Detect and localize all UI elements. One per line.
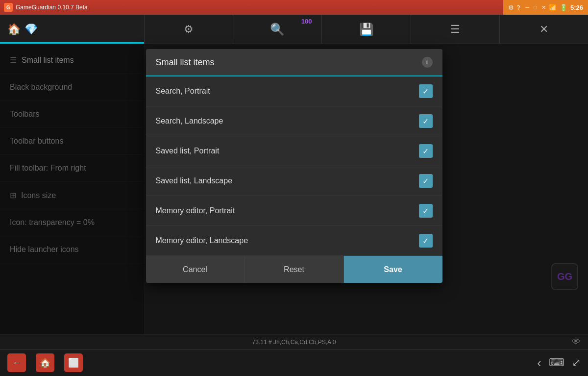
bottom-right-controls: ‹ ⌨ ⤢ — [537, 355, 581, 371]
modal-item-search-portrait[interactable]: Search, Portrait ✓ — [146, 76, 442, 106]
modal-header: Small list items i — [146, 49, 442, 76]
modal-item-label: Memory editor, Portrait — [156, 206, 235, 215]
expand-icon[interactable]: ⤢ — [572, 356, 581, 369]
modal-item-label: Saved list, Portrait — [156, 147, 220, 155]
list-icon: ☰ — [450, 23, 460, 36]
status-icons: ⚙ ? ─ □ ✕ — [508, 4, 546, 11]
modal-footer: Cancel Reset Save — [146, 256, 442, 283]
reset-button[interactable]: Reset — [245, 256, 344, 283]
main-content: 🏠 💎 ⚙ 100 🔍 💾 ☰ ✕ ☰ Smal — [0, 15, 588, 376]
cancel-button[interactable]: Cancel — [146, 256, 245, 283]
minimize-button[interactable]: ─ — [526, 4, 530, 10]
battery-icon: 🔋 — [560, 4, 567, 11]
eye-icon[interactable]: 👁 — [572, 337, 581, 347]
modal-item-saved-list-portrait[interactable]: Saved list, Portrait ✓ — [146, 136, 442, 166]
modal-item-label: Saved list, Landscape — [156, 176, 233, 185]
modal-item-saved-list-landscape[interactable]: Saved list, Landscape ✓ — [146, 166, 442, 196]
checkbox-saved-list-portrait[interactable]: ✓ — [419, 144, 433, 158]
back-button[interactable]: ← — [7, 353, 26, 372]
settings-icon[interactable]: ⚙ — [508, 4, 514, 11]
checkbox-memory-editor-landscape[interactable]: ✓ — [419, 234, 433, 248]
toolbar-search-section[interactable]: 100 🔍 — [233, 15, 322, 44]
checkbox-memory-editor-portrait[interactable]: ✓ — [419, 204, 433, 218]
modal-item-label: Search, Landscape — [156, 117, 223, 125]
toolbar-save-section[interactable]: 💾 — [322, 15, 411, 44]
home-button[interactable]: 🏠 — [36, 353, 54, 372]
checkbox-search-portrait[interactable]: ✓ — [419, 84, 433, 98]
keyboard-icon[interactable]: ⌨ — [549, 356, 564, 369]
checkbox-saved-list-landscape[interactable]: ✓ — [419, 174, 433, 188]
status-text-bar: 73.11 # Jh,Ch,Ca,Cd,Cb,PS,A 0 👁 — [0, 334, 588, 349]
modal-item-label: Memory editor, Landscape — [156, 236, 248, 245]
home-icon: 🏠 — [7, 23, 21, 36]
bottom-bar: ← 🏠 ⬜ ‹ ⌨ ⤢ — [0, 349, 588, 376]
maximize-button[interactable]: □ — [534, 4, 537, 10]
sliders-icon: ⚙ — [184, 23, 194, 36]
modal-overlay: Small list items i Search, Portrait ✓ Se… — [0, 44, 588, 334]
close-button[interactable]: ✕ — [541, 4, 546, 11]
save-icon: 💾 — [359, 23, 374, 36]
title-text: GameGuardian 0.10.7 Beta — [16, 4, 88, 11]
modal-item-label: Search, Portrait — [156, 87, 210, 96]
toolbar-sliders-section[interactable]: ⚙ — [145, 15, 233, 44]
save-button[interactable]: Save — [344, 256, 442, 283]
status-text: 73.11 # Jh,Ch,Ca,Cd,Cb,PS,A 0 — [252, 339, 336, 346]
search-icon: 🔍 — [270, 23, 285, 36]
checkbox-search-landscape[interactable]: ✓ — [419, 114, 433, 128]
help-icon[interactable]: ? — [516, 4, 520, 11]
time-display: 5:26 — [570, 4, 583, 11]
app-icon: G — [4, 3, 13, 12]
modal-info-button[interactable]: i — [422, 57, 433, 68]
search-count: 100 — [301, 18, 312, 25]
close-icon: ✕ — [539, 23, 548, 36]
recent-apps-button[interactable]: ⬜ — [64, 353, 83, 372]
modal-title: Small list items — [156, 57, 215, 68]
modal-item-memory-editor-portrait[interactable]: Memory editor, Portrait ✓ — [146, 196, 442, 226]
bottom-left-controls: ← 🏠 ⬜ — [7, 353, 83, 372]
toolbar-close-section[interactable]: ✕ — [500, 15, 588, 44]
modal-item-memory-editor-landscape[interactable]: Memory editor, Landscape ✓ — [146, 226, 442, 256]
toolbar-logo-section: 🏠 💎 — [0, 15, 145, 44]
modal-dialog: Small list items i Search, Portrait ✓ Se… — [146, 49, 442, 283]
toolbar-list-section[interactable]: ☰ — [411, 15, 500, 44]
nav-back-icon[interactable]: ‹ — [537, 355, 541, 371]
title-bar-left: G GameGuardian 0.10.7 Beta — [4, 3, 88, 12]
top-toolbar: 🏠 💎 ⚙ 100 🔍 💾 ☰ ✕ — [0, 15, 588, 44]
status-bar: ⚙ ? ─ □ ✕ 📶 🔋 5:26 — [503, 0, 588, 15]
modal-item-search-landscape[interactable]: Search, Landscape ✓ — [146, 106, 442, 136]
gem-icon: 💎 — [24, 23, 38, 36]
wifi-icon: 📶 — [549, 4, 557, 11]
title-bar: G GameGuardian 0.10.7 Beta ⚙ ? ─ □ ✕ 📶 🔋… — [0, 0, 588, 15]
